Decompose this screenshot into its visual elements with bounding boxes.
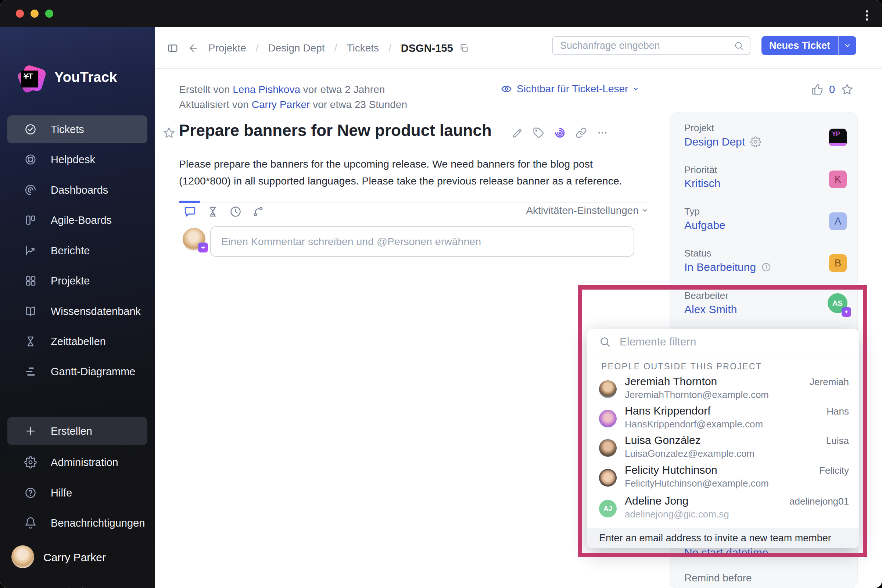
comment-input[interactable] [211, 236, 634, 248]
sidebar-item-timesheets[interactable]: Zeittabellen [8, 327, 147, 356]
sidebar-item-notifications[interactable]: Benachrichtigungen [8, 509, 147, 537]
reports-icon [24, 244, 37, 257]
created-user-link[interactable]: Lena Pishkova [232, 84, 300, 95]
info-icon[interactable] [761, 262, 771, 272]
updated-line: Aktualisiert von Carry Parker vor etwa 2… [179, 99, 407, 111]
close-button[interactable] [16, 9, 24, 18]
issue-title: Prepare banners for New product launch [179, 121, 492, 140]
search-icon [734, 41, 744, 51]
plus-icon [24, 425, 37, 437]
breadcrumb-project[interactable]: Design Dept [268, 42, 325, 54]
thumbs-up-icon[interactable] [812, 83, 823, 95]
sidebar-item-knowledge-base[interactable]: Wissensdatenbank [8, 297, 147, 325]
new-ticket-dropdown[interactable] [838, 36, 856, 55]
start-datetime-link[interactable]: No start datetime [684, 546, 768, 559]
search-input-wrap [552, 36, 750, 55]
issue-description: Please prepare the banners for the upcom… [179, 156, 622, 189]
filter-row [587, 329, 859, 355]
projects-icon [24, 274, 37, 287]
edit-pencil-icon[interactable] [512, 127, 523, 138]
helpdesk-icon [24, 153, 37, 166]
updated-user-link[interactable]: Carry Parker [252, 99, 310, 110]
chevron-down-icon [642, 207, 648, 214]
new-ticket-button[interactable]: Neues Ticket [762, 36, 856, 55]
project-avatar: YP [829, 129, 847, 146]
sidebar-item-help[interactable]: Hilfe [8, 479, 147, 507]
tag-icon[interactable] [533, 127, 544, 138]
sidebar-item-gantt-charts[interactable]: Gantt-Diagramme [8, 358, 147, 386]
chevron-down-icon [844, 42, 851, 49]
breadcrumb-projects[interactable]: Projekte [208, 42, 246, 54]
search-input[interactable] [553, 40, 734, 51]
collapse-sidebar-button[interactable]: Reduzieren [8, 578, 147, 588]
app-title: YouTrack [54, 69, 117, 85]
person-row[interactable]: Felicity Hutchinson FelicityHutchinson@e… [587, 462, 859, 491]
visibility-control[interactable]: Sichtbar für Ticket-Leser [501, 83, 639, 95]
person-row[interactable]: AJ Adeline Jong adelinejong@gic.com.sg a… [587, 493, 859, 522]
ai-assistant-icon[interactable] [554, 127, 566, 138]
sidebar-item-agile-boards[interactable]: Agile-Boards [8, 206, 147, 234]
more-actions-icon[interactable] [597, 127, 608, 138]
sidebar-item-administration[interactable]: Administration [8, 448, 147, 476]
app-window: YT YouTrack Tickets Helpdesk Dashboards … [0, 0, 882, 588]
user-name[interactable]: Carry Parker [44, 551, 106, 564]
copy-icon[interactable] [459, 44, 469, 53]
app-badge-icon: ✦ [842, 307, 851, 317]
created-line: Erstellt von Lena Pishkova vor etwa 2 Ja… [179, 84, 385, 96]
field-value-assignee[interactable]: Alex Smith [684, 303, 737, 316]
sidebar-item-dashboards[interactable]: Dashboards [8, 176, 147, 204]
chevrons-left-icon [24, 586, 37, 588]
comment-composer [210, 226, 634, 257]
field-label-type: Typ [684, 206, 700, 217]
person-avatar: AJ [599, 500, 616, 518]
field-value-type[interactable]: Aufgabe [684, 219, 726, 231]
sidebar-item-tickets[interactable]: Tickets [8, 116, 147, 143]
back-arrow-icon[interactable] [188, 43, 199, 54]
breadcrumb-tickets[interactable]: Tickets [346, 42, 379, 54]
youtrack-logo[interactable]: YT [19, 64, 48, 93]
person-avatar [599, 380, 616, 398]
vcs-tab-icon[interactable] [252, 206, 265, 218]
kebab-menu-icon[interactable] [866, 9, 868, 22]
assignee-picker-popup: PEOPLE OUTSIDE THIS PROJECT Jeremiah Tho… [587, 329, 859, 548]
watch-star-icon[interactable] [163, 126, 175, 139]
remind-before-label: Remind before [684, 572, 752, 584]
zoom-button[interactable] [45, 9, 53, 18]
likes-count: 0 [829, 83, 835, 96]
minimize-button[interactable] [30, 9, 39, 18]
panel-toggle-icon[interactable] [167, 43, 178, 54]
sidebar-item-helpdesk[interactable]: Helpdesk [8, 146, 147, 174]
person-avatar [599, 410, 616, 428]
person-row[interactable]: Luisa González LuisaGonzalez@example.com… [587, 432, 859, 461]
active-tab-indicator [179, 201, 200, 203]
chevron-down-icon [633, 86, 639, 92]
link-icon[interactable] [576, 127, 587, 138]
knowledge-base-icon [24, 305, 37, 318]
status-badge: B [829, 254, 847, 272]
field-value-status[interactable]: In Bearbeitung [684, 261, 771, 273]
person-row[interactable]: Hans Krippendorf HansKrippendorf@example… [587, 403, 859, 432]
header-divider [155, 68, 882, 69]
dashboards-icon [24, 184, 37, 196]
field-label-project: Projekt [684, 122, 714, 134]
field-value-project[interactable]: Design Dept [684, 136, 761, 148]
breadcrumb: Projekte / Design Dept / Tickets / DSGN-… [167, 39, 469, 58]
bell-icon [24, 517, 37, 529]
sidebar-item-projects[interactable]: Projekte [8, 267, 147, 295]
field-value-priority[interactable]: Kritisch [684, 177, 720, 190]
person-row[interactable]: Jeremiah Thornton JeremiahThornton@examp… [587, 374, 859, 402]
sidebar-item-reports[interactable]: Berichte [8, 237, 147, 265]
activity-settings[interactable]: Aktivitäten-Einstellungen [509, 205, 648, 216]
field-label-status: Status [684, 248, 711, 259]
create-button[interactable]: Erstellen [8, 417, 147, 445]
user-menu[interactable] [11, 545, 34, 568]
history-tab-icon[interactable] [207, 206, 219, 218]
type-badge: A [829, 212, 847, 230]
filter-input[interactable] [619, 335, 859, 348]
project-settings-gear-icon[interactable] [750, 136, 761, 147]
comments-tab-icon[interactable] [184, 206, 196, 218]
star-icon[interactable] [841, 83, 854, 96]
tickets-icon [24, 123, 37, 136]
popup-section-title: PEOPLE OUTSIDE THIS PROJECT [601, 362, 762, 372]
time-tab-icon[interactable] [230, 206, 242, 218]
